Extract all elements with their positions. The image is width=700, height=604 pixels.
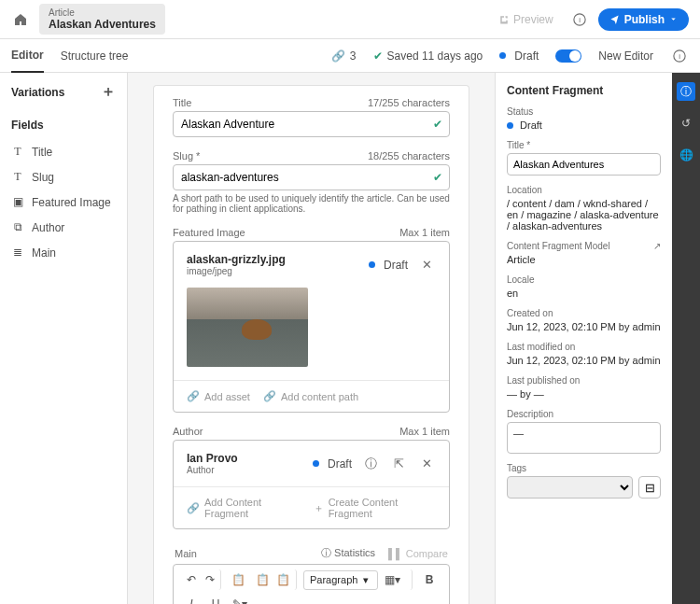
paste-word-icon[interactable]: 📋 [276, 569, 297, 590]
field-nav-featured[interactable]: ▣Featured Image [0, 190, 127, 215]
main-field: Main ⓘ Statistics ▌▌ Compare ↶ ↷ 📋 📋 📋 P… [173, 542, 450, 604]
text-icon: T [11, 170, 24, 184]
fields-header: Fields [0, 111, 127, 139]
paste-text-icon[interactable]: 📋 [252, 569, 273, 590]
image-icon: ▣ [11, 195, 24, 209]
slug-help-text: A short path to be used to uniquely iden… [173, 193, 450, 214]
description-input[interactable]: — [507, 422, 661, 454]
open-author-icon[interactable]: ⇱ [389, 455, 408, 473]
title-input[interactable] [173, 111, 450, 137]
paste-icon[interactable]: 📋 [228, 569, 248, 590]
props-title-input[interactable] [507, 153, 661, 176]
editor-area: Title17/255 characters ✔ Slug *18/255 ch… [128, 73, 495, 604]
created-value: Jun 12, 2023, 02:10 PM by admin [507, 321, 661, 332]
richtext-icon: ≣ [11, 246, 24, 260]
create-content-fragment-button[interactable]: ＋ Create Content Fragment [314, 497, 436, 519]
breadcrumb[interactable]: Article Alaskan Adventures [39, 4, 165, 35]
rte-toolbar-1: ↶ ↷ 📋 📋 📋 Paragraph▾ ▦▾ B I U ✎▾ [174, 565, 449, 604]
underline-icon[interactable]: U [205, 594, 226, 604]
asset-status: Draft [369, 259, 408, 272]
statistics-button[interactable]: ⓘ Statistics [321, 546, 375, 560]
modified-value: Jun 12, 2023, 02:10 PM by admin [507, 355, 661, 366]
breadcrumb-title: Alaskan Adventures [49, 18, 156, 31]
highlight-icon[interactable]: ✎▾ [230, 594, 250, 604]
rail-globe-icon[interactable]: 🌐 [677, 146, 695, 164]
publish-button[interactable]: Publish [598, 8, 689, 31]
draft-status: Draft [499, 49, 539, 63]
check-icon: ✔ [433, 118, 442, 131]
new-editor-label: New Editor [598, 49, 653, 63]
bold-icon[interactable]: B [419, 569, 440, 590]
reference-icon: ⧉ [11, 220, 24, 234]
variations-header: Variations ＋ [0, 73, 127, 111]
left-panel: Variations ＋ Fields TTitle TSlug ▣Featur… [0, 73, 128, 604]
author-name: Ian Provo [187, 452, 303, 465]
featured-image-field: Featured ImageMax 1 item alaskan-grizzly… [173, 227, 450, 413]
properties-panel: Content Fragment Status Draft Title * Lo… [495, 73, 672, 604]
location-value: / content / dam / wknd-shared / en / mag… [507, 198, 661, 232]
add-content-path-button[interactable]: 🔗 Add content path [263, 390, 358, 402]
slug-input[interactable] [173, 164, 450, 190]
top-bar: Article Alaskan Adventures Preview i Pub… [0, 0, 700, 39]
rail-history-icon[interactable]: ↺ [677, 114, 695, 133]
preview-link[interactable]: Preview [498, 13, 553, 26]
remove-asset-button[interactable]: ✕ [417, 256, 436, 274]
table-icon[interactable]: ▦▾ [382, 569, 402, 590]
sub-bar: Editor Structure tree 🔗3 ✔Saved 11 days … [0, 39, 700, 73]
redo-icon[interactable]: ↷ [205, 569, 221, 590]
asset-filename: alaskan-grizzly.jpg [187, 253, 359, 266]
author-field: AuthorMax 1 item Ian Provo Author Draft … [173, 426, 450, 529]
published-value: — by — [507, 388, 661, 400]
field-nav-main[interactable]: ≣Main [0, 240, 127, 265]
compare-button: ▌▌ Compare [388, 548, 448, 559]
field-nav-slug[interactable]: TSlug [0, 164, 127, 190]
status-value: Draft [507, 119, 661, 131]
svg-text:i: i [579, 15, 581, 23]
rail-info-icon[interactable]: ⓘ [677, 82, 695, 101]
add-asset-button[interactable]: 🔗 Add asset [187, 390, 250, 402]
author-model: Author [187, 465, 303, 475]
field-nav-author[interactable]: ⧉Author [0, 215, 127, 240]
info-icon[interactable]: i [670, 47, 689, 65]
check-icon: ✔ [433, 171, 442, 184]
asset-thumbnail[interactable] [187, 288, 308, 367]
help-icon[interactable]: i [570, 10, 589, 29]
breadcrumb-type: Article [49, 7, 156, 18]
undo-icon[interactable]: ↶ [181, 569, 202, 590]
svg-text:i: i [679, 51, 680, 60]
right-rail: ⓘ ↺ 🌐 [672, 73, 700, 604]
new-editor-toggle[interactable] [555, 49, 581, 63]
tab-editor[interactable]: Editor [11, 39, 44, 73]
tags-browse-button[interactable]: ⊟ [638, 476, 661, 499]
references-count[interactable]: 🔗3 [331, 49, 357, 63]
text-icon: T [11, 145, 24, 159]
properties-heading: Content Fragment [507, 84, 661, 97]
locale-value: en [507, 288, 661, 299]
home-icon[interactable] [11, 10, 30, 29]
open-model-icon[interactable]: ↗ [653, 241, 661, 251]
remove-author-button[interactable]: ✕ [417, 455, 436, 473]
saved-status: ✔Saved 11 days ago [373, 49, 483, 63]
tags-select[interactable] [507, 476, 633, 499]
model-value: Article [507, 254, 661, 265]
paragraph-select[interactable]: Paragraph▾ [303, 570, 378, 590]
asset-mimetype: image/jpeg [187, 266, 359, 276]
add-variation-button[interactable]: ＋ [101, 82, 116, 102]
author-info-icon[interactable]: ⓘ [361, 455, 380, 473]
tab-structure[interactable]: Structure tree [61, 40, 129, 72]
add-content-fragment-button[interactable]: 🔗 Add Content Fragment [187, 497, 301, 519]
field-nav-title[interactable]: TTitle [0, 139, 127, 164]
italic-icon[interactable]: I [181, 594, 202, 604]
slug-field: Slug *18/255 characters ✔ A short path t… [173, 150, 450, 214]
title-field: Title17/255 characters ✔ [173, 97, 450, 137]
author-status: Draft [313, 457, 352, 471]
